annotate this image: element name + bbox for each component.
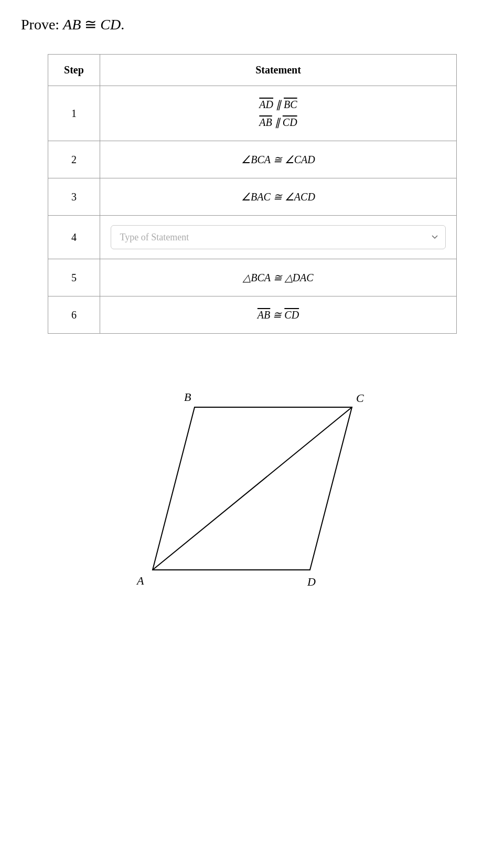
type-of-statement-dropdown[interactable]: Type of Statement Given Definition Theor… [111,225,445,249]
statement-line: ∠BCA ≅ ∠CAD [111,151,445,168]
table-row: 6 AB ≅ CD [48,296,456,334]
statement-line: AD ∥ BC [111,96,445,113]
statement-cell: AB ≅ CD [100,296,456,334]
diagram-container: B C A D [48,365,457,601]
label-b: B [184,390,191,404]
step-number: 4 [48,216,100,259]
proof-table: Step Statement 1 AD ∥ BC AB ∥ CD 2 ∠BCA … [48,54,457,334]
label-a: A [136,574,144,587]
statement-dropdown-cell[interactable]: Type of Statement Given Definition Theor… [100,216,456,259]
statement-cell: ∠BAC ≅ ∠ACD [100,178,456,216]
prove-header: Prove: AB ≅ CD. [21,16,483,33]
statement-cell: ∠BCA ≅ ∠CAD [100,141,456,178]
statement-line: ∠BAC ≅ ∠ACD [111,188,445,206]
geometry-diagram: B C A D [121,365,383,601]
statement-cell: AD ∥ BC AB ∥ CD [100,86,456,141]
step-number: 1 [48,86,100,141]
table-header-row: Step Statement [48,55,456,86]
col-step-header: Step [48,55,100,86]
statement-line: AB ≅ CD [111,306,445,324]
statement-cell: △BCA ≅ △DAC [100,259,456,296]
step-number: 3 [48,178,100,216]
label-c: C [356,391,364,405]
table-row: 5 △BCA ≅ △DAC [48,259,456,296]
step-number: 5 [48,259,100,296]
table-row: 4 Type of Statement Given Definition The… [48,216,456,259]
table-row: 2 ∠BCA ≅ ∠CAD [48,141,456,178]
statement-line: △BCA ≅ △DAC [111,269,445,287]
step-number: 2 [48,141,100,178]
diagonal-ac [153,407,352,570]
table-row: 1 AD ∥ BC AB ∥ CD [48,86,456,141]
table-row: 3 ∠BAC ≅ ∠ACD [48,178,456,216]
step-number: 6 [48,296,100,334]
statement-line: AB ∥ CD [111,113,445,131]
prove-label: Prove: [21,16,59,33]
label-d: D [307,575,316,588]
col-statement-header: Statement [100,55,456,86]
